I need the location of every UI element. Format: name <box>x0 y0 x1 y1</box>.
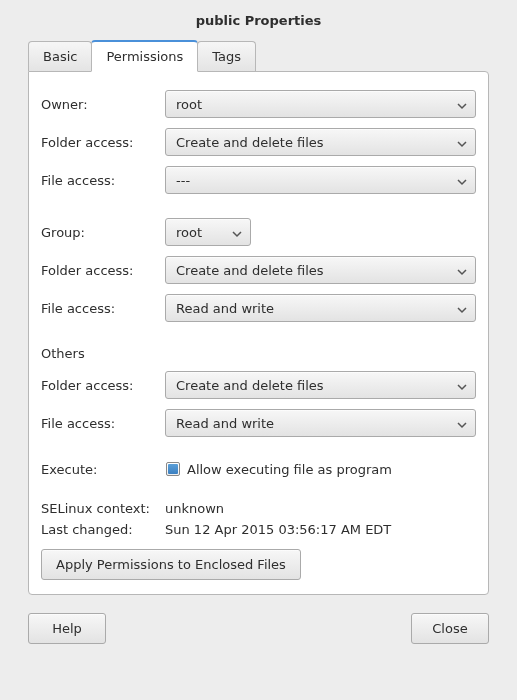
lastchanged-label: Last changed: <box>41 522 165 537</box>
group-label: Group: <box>41 225 165 240</box>
help-button[interactable]: Help <box>28 613 106 644</box>
tab-permissions[interactable]: Permissions <box>91 40 198 72</box>
owner-file-access-label: File access: <box>41 173 165 188</box>
tab-basic[interactable]: Basic <box>28 41 92 71</box>
owner-folder-access-value: Create and delete files <box>176 135 324 150</box>
group-select[interactable]: root <box>165 218 251 246</box>
chevron-down-icon <box>457 137 467 147</box>
chevron-down-icon <box>457 175 467 185</box>
apply-permissions-button[interactable]: Apply Permissions to Enclosed Files <box>41 549 301 580</box>
chevron-down-icon <box>457 99 467 109</box>
group-file-access-value: Read and write <box>176 301 274 316</box>
checkbox-checked-icon <box>166 462 180 476</box>
owner-label: Owner: <box>41 97 165 112</box>
others-folder-access-value: Create and delete files <box>176 378 324 393</box>
chevron-down-icon <box>457 380 467 390</box>
selinux-value: unknown <box>165 501 476 516</box>
others-folder-access-select[interactable]: Create and delete files <box>165 371 476 399</box>
owner-select[interactable]: root <box>165 90 476 118</box>
dialog-action-area: Help Close <box>28 613 489 644</box>
group-file-access-select[interactable]: Read and write <box>165 294 476 322</box>
chevron-down-icon <box>232 227 242 237</box>
execute-checkbox[interactable] <box>165 461 181 477</box>
tab-tags[interactable]: Tags <box>197 41 256 71</box>
lastchanged-value: Sun 12 Apr 2015 03:56:17 AM EDT <box>165 522 476 537</box>
others-label: Others <box>41 346 165 361</box>
close-button[interactable]: Close <box>411 613 489 644</box>
group-file-access-label: File access: <box>41 301 165 316</box>
permissions-panel: Owner: root Folder access: Create and de… <box>28 71 489 595</box>
execute-label: Execute: <box>41 462 165 477</box>
selinux-label: SELinux context: <box>41 501 165 516</box>
chevron-down-icon <box>457 303 467 313</box>
tab-bar: Basic Permissions Tags <box>28 40 489 71</box>
owner-file-access-value: --- <box>176 173 190 188</box>
window-title: public Properties <box>0 0 517 40</box>
owner-folder-access-label: Folder access: <box>41 135 165 150</box>
owner-file-access-select[interactable]: --- <box>165 166 476 194</box>
group-value: root <box>176 225 202 240</box>
others-file-access-label: File access: <box>41 416 165 431</box>
owner-folder-access-select[interactable]: Create and delete files <box>165 128 476 156</box>
others-file-access-value: Read and write <box>176 416 274 431</box>
content-area: Basic Permissions Tags Owner: root Folde… <box>0 40 517 658</box>
others-folder-access-label: Folder access: <box>41 378 165 393</box>
execute-check-label: Allow executing file as program <box>187 462 392 477</box>
group-folder-access-label: Folder access: <box>41 263 165 278</box>
chevron-down-icon <box>457 265 467 275</box>
group-folder-access-select[interactable]: Create and delete files <box>165 256 476 284</box>
others-file-access-select[interactable]: Read and write <box>165 409 476 437</box>
owner-value: root <box>176 97 202 112</box>
group-folder-access-value: Create and delete files <box>176 263 324 278</box>
chevron-down-icon <box>457 418 467 428</box>
